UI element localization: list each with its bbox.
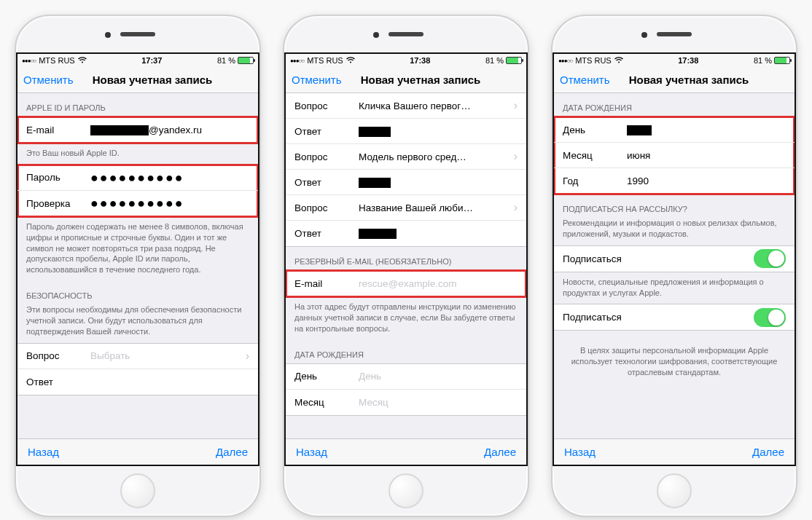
question-cell[interactable]: Вопрос Выбрать › (17, 344, 258, 369)
battery-icon (774, 57, 790, 64)
next-button[interactable]: Далее (216, 446, 248, 458)
q1-value: Кличка Вашего первог… (359, 101, 514, 111)
month-value: июня (627, 150, 786, 161)
sub2-cell[interactable]: Подписаться (554, 304, 795, 330)
appleid-footer: Это Ваш новый Apple ID. (17, 143, 258, 165)
year-value: 1990 (627, 176, 786, 186)
phone-camera (105, 32, 111, 38)
subscribe-toggle-2[interactable] (754, 308, 786, 327)
a2-cell[interactable]: Ответ (286, 170, 526, 195)
status-time: 17:37 (141, 56, 162, 65)
redacted-email-user (90, 125, 149, 135)
email-cell[interactable]: E-mail @yandex.ru (17, 117, 258, 143)
battery-pct: 81 % (754, 56, 772, 65)
a1-value (359, 125, 518, 136)
rescue-label: E-mail (294, 278, 359, 289)
section-header-rescue: РЕЗЕРВНЫЙ E-MAIL (НЕОБЯЗАТЕЛЬНО) (286, 247, 526, 270)
phone-top (553, 16, 796, 52)
confirm-cell[interactable]: Проверка ●●●●●●●●●● (17, 191, 258, 216)
answer-cell[interactable]: Ответ (17, 369, 258, 395)
status-bar: ●●●○○ MTS RUS 17:37 81 % (17, 54, 258, 67)
email-label: E-mail (26, 125, 90, 135)
subscribe-toggle-1[interactable] (754, 249, 786, 268)
a1-cell[interactable]: Ответ (286, 119, 526, 144)
battery-icon (238, 57, 254, 64)
back-button[interactable]: Назад (296, 446, 327, 458)
password-cell[interactable]: Пароль ●●●●●●●●●● (17, 165, 258, 191)
password-value: ●●●●●●●●●● (90, 173, 249, 183)
year-cell[interactable]: Год 1990 (554, 168, 795, 194)
rescue-footer: На этот адрес будут отправлены инструкци… (286, 297, 526, 340)
status-time: 17:38 (410, 56, 430, 65)
status-right: 81 % (217, 56, 254, 65)
status-left: ●●●○○ MTS RUS (558, 56, 623, 65)
day-cell[interactable]: День День (286, 364, 526, 390)
next-button[interactable]: Далее (752, 446, 784, 458)
day-value: День (359, 371, 518, 382)
phone-mockup-3: ●●●○○ MTS RUS 17:38 81 % Отменить Новая … (551, 15, 797, 517)
q1-cell[interactable]: Вопрос Кличка Вашего первог… › (286, 93, 526, 119)
phone-camera (641, 32, 647, 38)
screen: ●●●○○ MTS RUS 17:38 81 % Отменить Новая … (284, 52, 528, 466)
month-value: Месяц (359, 397, 518, 408)
home-button[interactable] (120, 473, 155, 508)
battery-pct: 81 % (485, 56, 504, 65)
back-button[interactable]: Назад (28, 446, 59, 458)
rescue-cell[interactable]: E-mail rescue@example.com (286, 271, 526, 296)
toolbar: Назад Далее (554, 438, 795, 465)
home-button[interactable] (657, 473, 692, 508)
q1-label: Вопрос (294, 101, 359, 111)
phone-bottom (284, 466, 528, 516)
confirm-value: ●●●●●●●●●● (90, 198, 249, 208)
rescue-group: E-mail rescue@example.com (286, 270, 526, 297)
sub1-cell[interactable]: Подписаться (554, 246, 795, 272)
phone-camera (373, 32, 379, 38)
a1-label: Ответ (294, 126, 359, 137)
phone-mockup-1: ●●●○○ MTS RUS 17:37 81 % Отменить Новая … (15, 15, 261, 517)
next-button[interactable]: Далее (484, 446, 516, 458)
phone-speaker (657, 32, 692, 36)
dob-group: День День Месяц Месяц (286, 363, 526, 416)
wifi-icon (78, 57, 87, 65)
nav-title: Новая учетная запись (47, 74, 258, 86)
year-label: Год (563, 176, 627, 186)
section-header-appleid: APPLE ID И ПАРОЛЬ (17, 93, 258, 117)
section-header-subscribe: ПОДПИСАТЬСЯ НА РАССЫЛКУ? (554, 194, 795, 218)
signal-icon: ●●●○○ (290, 58, 304, 64)
answer-label: Ответ (26, 377, 90, 387)
chevron-right-icon: › (514, 201, 518, 214)
sub1-label: Подписаться (563, 253, 643, 264)
security-footer: Эти вопросы необходимы для обеспечения б… (17, 304, 258, 343)
status-bar: ●●●○○ MTS RUS 17:38 81 % (286, 54, 526, 67)
question-label: Вопрос (26, 350, 90, 361)
nav-title: Новая учетная запись (315, 74, 526, 86)
day-cell[interactable]: День (554, 117, 795, 143)
month-cell[interactable]: Месяц Месяц (286, 390, 526, 415)
q2-cell[interactable]: Вопрос Модель первого сред… › (286, 144, 526, 170)
phone-bottom (553, 466, 796, 516)
sub2-group: Подписаться (554, 304, 795, 331)
status-right: 81 % (485, 56, 522, 65)
sub2-note: Новости, специальные предложения и инфор… (554, 272, 795, 304)
battery-pct: 81 % (217, 56, 235, 65)
home-button[interactable] (389, 473, 423, 508)
section-header-dob: ДАТА РОЖДЕНИЯ (286, 340, 526, 363)
password-footer: Пароль должен содержать не менее 8 симво… (17, 217, 258, 281)
content: ДАТА РОЖДЕНИЯ День Месяц июня Год 1990 П… (554, 93, 795, 438)
redacted-day (627, 125, 652, 135)
month-cell[interactable]: Месяц июня (554, 143, 795, 168)
question-group: Вопрос Выбрать › Ответ (17, 343, 258, 395)
wifi-icon (614, 57, 623, 65)
screen: ●●●○○ MTS RUS 17:38 81 % Отменить Новая … (553, 52, 796, 466)
phone-top (284, 16, 528, 52)
q3-cell[interactable]: Вопрос Название Вашей люби… › (286, 195, 526, 221)
day-label: День (294, 371, 359, 382)
back-button[interactable]: Назад (564, 446, 596, 458)
a2-label: Ответ (294, 177, 359, 188)
status-left: ●●●○○ MTS RUS (290, 56, 355, 65)
q3-label: Вопрос (294, 202, 359, 213)
phone-mockup-2: ●●●○○ MTS RUS 17:38 81 % Отменить Новая … (283, 15, 529, 517)
sub1-group: Подписаться (554, 245, 795, 272)
password-group: Пароль ●●●●●●●●●● Проверка ●●●●●●●●●● (17, 165, 258, 217)
a3-cell[interactable]: Ответ (286, 221, 526, 246)
